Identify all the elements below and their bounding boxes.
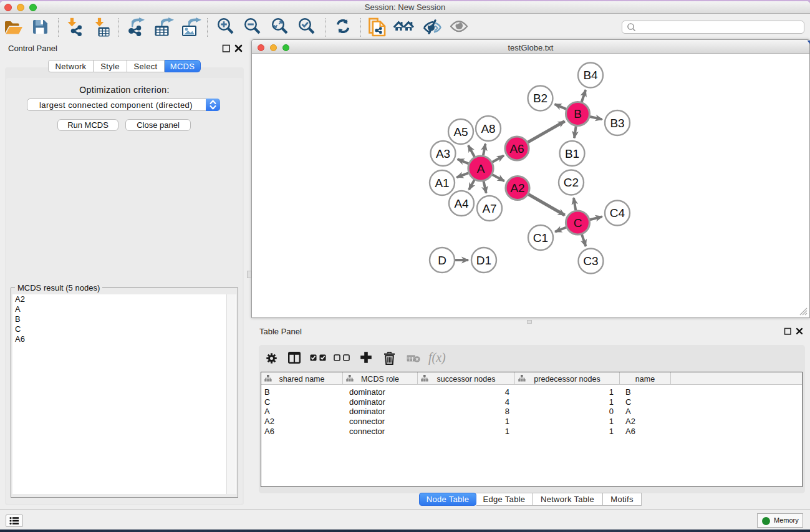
- svg-text:B3: B3: [610, 117, 624, 130]
- svg-text:A4: A4: [454, 197, 469, 210]
- svg-text:B: B: [574, 107, 582, 120]
- svg-text:B4: B4: [583, 69, 598, 82]
- svg-text:C: C: [574, 216, 582, 230]
- svg-text:C2: C2: [564, 176, 579, 189]
- svg-text:B2: B2: [533, 92, 547, 105]
- svg-text:D: D: [438, 254, 446, 267]
- svg-text:C1: C1: [533, 231, 548, 244]
- svg-text:A8: A8: [481, 122, 495, 135]
- svg-text:A3: A3: [436, 147, 450, 160]
- svg-text:D1: D1: [476, 254, 491, 267]
- svg-text:C3: C3: [583, 254, 598, 268]
- svg-text:A5: A5: [453, 125, 468, 138]
- svg-text:A7: A7: [482, 202, 496, 215]
- svg-text:A1: A1: [435, 177, 449, 190]
- svg-text:A2: A2: [510, 181, 524, 195]
- svg-text:A6: A6: [509, 142, 524, 155]
- svg-text:B1: B1: [565, 147, 579, 160]
- svg-text:A: A: [477, 162, 485, 175]
- svg-text:C4: C4: [610, 206, 625, 220]
